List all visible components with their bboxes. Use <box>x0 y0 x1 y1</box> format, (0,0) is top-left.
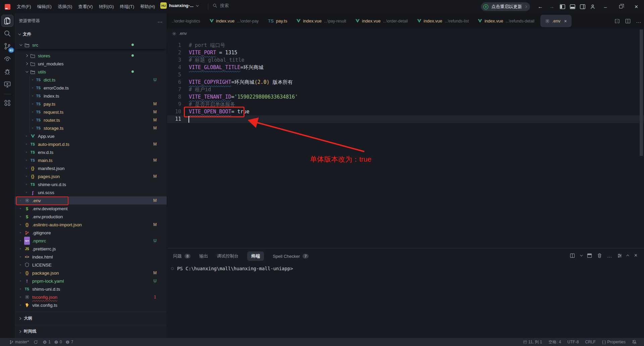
tree-item-package.json[interactable]: {}package.jsonM <box>15 269 167 277</box>
tree-item-router.ts[interactable]: TSrouter.tsM <box>15 116 167 124</box>
tree-item-.npmrc[interactable]: npm.npmrcU <box>15 237 167 245</box>
workspace-switcher[interactable]: HU huanxing-... <box>160 2 198 9</box>
panel-tab-[interactable]: 输出 <box>199 251 208 261</box>
split-terminal-icon[interactable] <box>570 253 575 258</box>
folder-icon <box>30 52 36 60</box>
menu-T[interactable]: 终端(T) <box>117 2 137 11</box>
go-back-button[interactable]: ← <box>535 4 546 10</box>
tree-item-index.ts[interactable]: TSindex.ts <box>15 92 167 100</box>
tree-item-pay.ts[interactable]: TSpay.tsM <box>15 100 167 108</box>
menu-F[interactable]: 文件(F) <box>14 2 34 11</box>
editor-scrollbar[interactable] <box>640 30 643 156</box>
outline-section[interactable]: 大纲 <box>15 312 167 325</box>
tree-item-storage.ts[interactable]: TSstorage.tsM <box>15 124 167 132</box>
tree-item-uni_modules[interactable]: uni_modules <box>15 60 167 68</box>
tree-item-stores[interactable]: stores <box>15 52 167 60</box>
code-editor[interactable]: 1# port 端口号2VITE_PORT = 13153# 标题 global… <box>167 39 644 248</box>
panel-tab-[interactable]: 问题8 <box>173 251 191 261</box>
restore-button[interactable] <box>613 0 629 13</box>
language-mode[interactable]: { } Properties <box>602 340 626 344</box>
tree-item-shime-uni.d.ts[interactable]: TSshime-uni.d.ts <box>15 180 167 188</box>
toggle-sidebar-icon[interactable] <box>560 4 565 9</box>
tree-item-.env.production[interactable]: $.env.production <box>15 213 167 221</box>
menu-E[interactable]: 编辑(E) <box>34 2 55 11</box>
menu-H[interactable]: 帮助(H) <box>137 2 158 11</box>
notifications-muted-icon[interactable] <box>632 340 637 344</box>
search-sidebar-icon[interactable] <box>1 27 13 40</box>
sync-icon[interactable] <box>34 340 38 344</box>
extensions-grid-icon[interactable] <box>1 97 13 109</box>
cursor-position[interactable]: 行 11, 列 1 <box>523 339 542 345</box>
chevron-down-icon[interactable] <box>580 253 583 256</box>
tree-item-.prettierrc.js[interactable]: JS.prettierrc.js <box>15 245 167 253</box>
go-forward-button[interactable]: → <box>546 4 557 10</box>
tree-item-main.ts[interactable]: TSmain.tsM <box>15 156 167 164</box>
tree-item-App.vue[interactable]: App.vue <box>15 132 167 140</box>
eol-sequence[interactable]: CRLF <box>585 340 596 344</box>
panel-more-icon[interactable]: … <box>607 253 612 258</box>
tree-item-manifest.json[interactable]: {}manifest.json <box>15 164 167 172</box>
toggle-secondary-sidebar-icon[interactable] <box>580 4 585 9</box>
tree-item-.gitignore[interactable]: .gitignore <box>15 229 167 237</box>
timeline-section[interactable]: 时间线 <box>15 325 167 338</box>
close-icon[interactable]: × <box>564 18 567 24</box>
editor-tab-index.vue[interactable]: index.vue...\pay-result <box>292 13 351 28</box>
maximize-panel-icon[interactable] <box>587 253 592 258</box>
tree-item-auto-import.d.ts[interactable]: TSauto-import.d.tsM <box>15 140 167 148</box>
tree-item-utils[interactable]: utils <box>15 68 167 76</box>
panel-tab-[interactable]: 终端 <box>247 251 264 261</box>
indentation[interactable]: 空格: 4 <box>548 339 561 345</box>
close-panel-icon[interactable]: × <box>634 252 637 258</box>
chevron-up-icon[interactable] <box>626 254 629 257</box>
editor-tab-index.vue[interactable]: index.vue...\refunds-list <box>413 13 474 28</box>
tree-item-index.html[interactable]: <>index.html <box>15 253 167 261</box>
encoding[interactable]: UTF-8 <box>568 340 579 344</box>
toggle-panel-icon[interactable] <box>570 4 575 9</box>
tree-item-LICENSE[interactable]: LICENSE <box>15 261 167 269</box>
terminal-output[interactable]: PS C:\huanxing\mall\huanxing-mall-uniapp… <box>171 266 293 271</box>
simulator-icon[interactable] <box>1 78 13 91</box>
editor-tab-index.vue[interactable]: index.vue...\order-detail <box>351 13 413 28</box>
debug-icon[interactable] <box>1 66 13 78</box>
panel-tab-[interactable]: 调试控制台 <box>217 251 238 261</box>
tree-item-.eslintrc-auto-import.json[interactable]: {}.eslintrc-auto-import.jsonM <box>15 221 167 229</box>
editor-tab-index.vue[interactable]: index.vue...\order-pay <box>205 13 263 28</box>
close-button[interactable]: × <box>629 0 644 13</box>
breadcrumb[interactable]: .env <box>167 28 644 39</box>
search-box[interactable]: 搜索 <box>213 3 229 9</box>
split-editor-icon[interactable] <box>625 18 631 24</box>
tree-item-request.ts[interactable]: TSrequest.tsM <box>15 108 167 116</box>
tree-item-dict.ts[interactable]: TSdict.tsU <box>15 76 167 84</box>
panel-layout-icon[interactable] <box>617 253 622 258</box>
tree-item-errorCode.ts[interactable]: TSerrorCode.ts <box>15 84 167 92</box>
restart-update-button[interactable]: 点击重启以更新 <box>481 2 530 11</box>
editor-tab-.env[interactable]: .env× <box>540 15 572 27</box>
tree-item-pages.json[interactable]: {}pages.jsonM <box>15 172 167 180</box>
menu-S[interactable]: 选择(S) <box>55 2 75 11</box>
tree-item-env.d.ts[interactable]: TSenv.d.ts <box>15 148 167 156</box>
editor-tab-index.vue[interactable]: index.vue...\refunds-detail <box>473 13 539 28</box>
tree-item-src[interactable]: src <box>15 41 167 49</box>
preview-eye-icon[interactable] <box>1 53 13 65</box>
editor-tab-..order-logistics[interactable]: ..\order-logistics <box>167 13 205 28</box>
menu-G[interactable]: 转到(G) <box>96 2 117 11</box>
trash-icon[interactable] <box>597 253 602 258</box>
open-changes-icon[interactable] <box>614 18 620 24</box>
problems-indicator[interactable]: 1 0 7 <box>43 340 73 344</box>
tree-item-pnpm-lock.yaml[interactable]: !pnpm-lock.yamlU <box>15 277 167 285</box>
menu-V[interactable]: 查看(V) <box>75 2 96 11</box>
panel-tab-SpellChecker[interactable]: Spell Checker7 <box>273 251 309 261</box>
tree-item-vite.config.ts[interactable]: vite.config.ts <box>15 301 167 309</box>
tree-item-.env.development[interactable]: $.env.development <box>15 205 167 213</box>
explorer-icon[interactable] <box>1 15 13 27</box>
tree-item-tsconfig.json[interactable]: tsconfig.json1 <box>15 293 167 301</box>
tree-item-uni.scss[interactable]: ʃuni.scss <box>15 188 167 196</box>
account-icon[interactable] <box>590 4 595 9</box>
minimize-button[interactable]: – <box>598 0 613 13</box>
git-status-badge: M <box>152 158 158 163</box>
editor-more-icon[interactable]: … <box>636 18 641 24</box>
source-control-icon[interactable]: 61 <box>1 40 13 52</box>
editor-tab-pay.ts[interactable]: TSpay.ts <box>263 13 292 28</box>
branch-indicator[interactable]: master* <box>9 340 29 344</box>
tree-item-shims-uni.d.ts[interactable]: TSshims-uni.d.ts <box>15 285 167 293</box>
